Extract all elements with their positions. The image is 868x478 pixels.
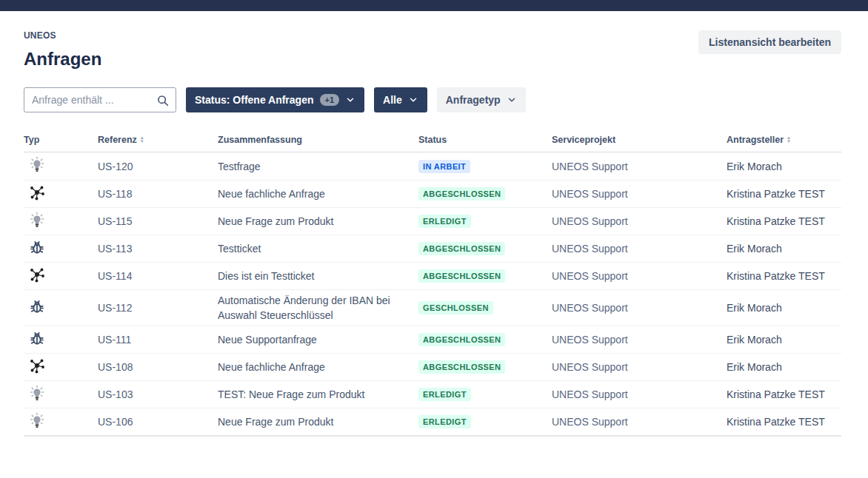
row-summary: Neue fachliche Anfrage xyxy=(218,186,418,201)
column-header-typ: Typ xyxy=(24,135,98,145)
page-title: Anfragen xyxy=(24,49,101,70)
lightbulb-icon xyxy=(28,156,46,174)
table-row[interactable]: US-106 Neue Frage zum Produkt ERLEDIGT U… xyxy=(24,408,841,435)
bug-icon xyxy=(28,330,46,348)
row-reference: US-112 xyxy=(98,302,218,314)
lightbulb-icon xyxy=(28,412,46,430)
status-filter-count-badge: +1 xyxy=(320,94,340,106)
row-serviceproject: UNEOS Support xyxy=(552,188,727,200)
row-reference: US-120 xyxy=(98,161,218,172)
search-input[interactable] xyxy=(24,88,176,112)
table-row[interactable]: US-118 Neue fachliche Anfrage ABGESCHLOS… xyxy=(24,180,841,207)
column-header-antragsteller[interactable]: Antragsteller ▲▼ xyxy=(727,135,841,145)
bug-icon xyxy=(28,239,46,257)
alle-filter-label: Alle xyxy=(383,94,402,106)
table-row[interactable]: US-112 Automatische Änderung der IBAN be… xyxy=(24,289,841,326)
network-icon xyxy=(28,184,46,202)
status-filter-label: Status: Offene Anfragen xyxy=(195,94,314,106)
top-navigation-bar xyxy=(0,0,868,11)
row-reference: US-115 xyxy=(98,215,218,227)
network-icon xyxy=(28,357,46,375)
lightbulb-icon xyxy=(28,212,46,229)
row-requester: Erik Morach xyxy=(727,243,841,255)
row-requester: Erik Morach xyxy=(727,334,841,346)
status-badge: ERLEDIGT xyxy=(418,215,471,228)
row-reference: US-106 xyxy=(98,416,218,428)
table-body: US-120 Testfrage IN ARBEIT UNEOS Support… xyxy=(24,152,841,437)
status-badge: ABGESCHLOSSEN xyxy=(418,187,505,201)
row-serviceproject: UNEOS Support xyxy=(552,334,727,346)
row-reference: US-118 xyxy=(98,188,218,200)
row-requester: Erik Morach xyxy=(727,161,841,172)
column-header-status: Status xyxy=(418,135,552,145)
lightbulb-icon xyxy=(28,385,46,403)
filter-bar: Status: Offene Anfragen +1 Alle Anfraget… xyxy=(24,87,841,112)
row-summary: Neue Supportanfrage xyxy=(218,332,418,347)
alle-filter-dropdown[interactable]: Alle xyxy=(374,87,427,112)
anfragetyp-filter-label: Anfragetyp xyxy=(446,94,501,106)
row-reference: US-114 xyxy=(98,270,218,282)
row-reference: US-103 xyxy=(98,388,218,400)
status-badge: GESCHLOSSEN xyxy=(418,301,493,314)
row-reference: US-111 xyxy=(98,334,218,346)
row-summary: Neue Frage zum Produkt xyxy=(218,214,418,229)
row-requester: Kristina Patzke TEST xyxy=(727,215,841,227)
page-header: UNEOS Anfragen Listenansicht bearbeiten xyxy=(24,30,841,70)
table-row[interactable]: US-114 Dies ist ein Testticket ABGESCHLO… xyxy=(24,262,841,289)
row-requester: Kristina Patzke TEST xyxy=(727,270,841,282)
row-requester: Erik Morach xyxy=(727,302,841,314)
table-row[interactable]: US-103 TEST: Neue Frage zum Produkt ERLE… xyxy=(24,380,841,408)
column-header-referenz[interactable]: Referenz ▲▼ xyxy=(98,135,218,145)
status-badge: ABGESCHLOSSEN xyxy=(418,242,505,255)
table-row[interactable]: US-111 Neue Supportanfrage ABGESCHLOSSEN… xyxy=(24,326,841,353)
status-badge: ERLEDIGT xyxy=(418,388,471,401)
row-serviceproject: UNEOS Support xyxy=(552,243,727,255)
row-requester: Kristina Patzke TEST xyxy=(727,388,841,400)
title-block: UNEOS Anfragen xyxy=(24,30,101,70)
bug-icon xyxy=(28,298,46,316)
row-requester: Kristina Patzke TEST xyxy=(727,188,841,200)
network-icon xyxy=(28,266,46,284)
status-badge: ERLEDIGT xyxy=(418,415,471,428)
edit-list-view-button[interactable]: Listenansicht bearbeiten xyxy=(698,30,841,54)
row-requester: Kristina Patzke TEST xyxy=(727,416,841,428)
sort-icon[interactable]: ▲▼ xyxy=(140,136,144,144)
row-summary: Neue Frage zum Produkt xyxy=(218,414,418,429)
main-content: UNEOS Anfragen Listenansicht bearbeiten … xyxy=(0,11,868,437)
row-serviceproject: UNEOS Support xyxy=(552,215,727,227)
anfragetyp-filter-dropdown[interactable]: Anfragetyp xyxy=(437,87,526,112)
row-serviceproject: UNEOS Support xyxy=(552,302,727,314)
status-filter-dropdown[interactable]: Status: Offene Anfragen +1 xyxy=(186,87,364,112)
row-summary: Neue fachliche Anfrage xyxy=(218,360,418,374)
row-summary: Automatische Änderung der IBAN bei Auswa… xyxy=(218,293,418,323)
row-reference: US-113 xyxy=(98,243,218,255)
status-badge: ABGESCHLOSSEN xyxy=(418,333,505,346)
table-row[interactable]: US-108 Neue fachliche Anfrage ABGESCHLOS… xyxy=(24,353,841,380)
column-header-zusammenfassung: Zusammenfassung xyxy=(218,135,418,145)
requests-table: Typ Referenz ▲▼ Zusammenfassung Status S… xyxy=(24,135,841,437)
chevron-down-icon xyxy=(345,95,355,105)
row-serviceproject: UNEOS Support xyxy=(552,270,727,282)
table-row[interactable]: US-120 Testfrage IN ARBEIT UNEOS Support… xyxy=(24,152,841,180)
sort-icon[interactable]: ▲▼ xyxy=(787,136,791,144)
table-row[interactable]: US-113 Testticket ABGESCHLOSSEN UNEOS Su… xyxy=(24,235,841,262)
row-summary: Testfrage xyxy=(218,159,418,174)
search-icon xyxy=(156,94,170,107)
row-serviceproject: UNEOS Support xyxy=(552,361,727,373)
row-summary: Dies ist ein Testticket xyxy=(218,269,418,283)
row-serviceproject: UNEOS Support xyxy=(552,416,727,428)
row-summary: Testticket xyxy=(218,241,418,256)
status-badge: ABGESCHLOSSEN xyxy=(418,269,505,283)
row-serviceproject: UNEOS Support xyxy=(552,161,727,172)
row-serviceproject: UNEOS Support xyxy=(552,388,727,400)
table-header: Typ Referenz ▲▼ Zusammenfassung Status S… xyxy=(24,135,841,152)
status-badge: IN ARBEIT xyxy=(418,160,470,173)
chevron-down-icon xyxy=(507,95,517,105)
table-row[interactable]: US-115 Neue Frage zum Produkt ERLEDIGT U… xyxy=(24,207,841,235)
breadcrumb[interactable]: UNEOS xyxy=(24,30,101,41)
row-requester: Erik Morach xyxy=(727,361,841,373)
status-badge: ABGESCHLOSSEN xyxy=(418,360,505,374)
search-box xyxy=(24,87,176,112)
chevron-down-icon xyxy=(408,95,418,105)
row-reference: US-108 xyxy=(98,361,218,373)
